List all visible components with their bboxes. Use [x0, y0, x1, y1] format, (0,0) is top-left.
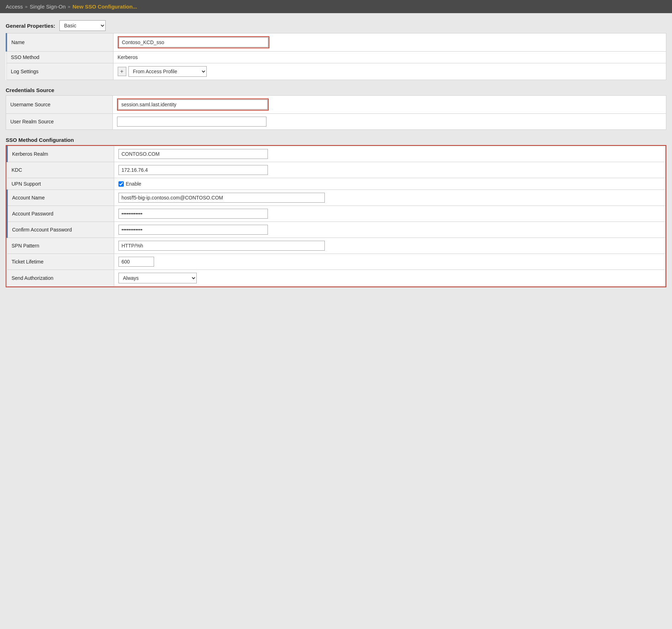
sso-method-config-table: Kerberos Realm KDC UPN Support Enable — [6, 146, 666, 287]
view-select[interactable]: Basic — [59, 20, 106, 31]
table-row: Send Authorization Always On Demand Neve… — [7, 270, 666, 287]
table-row: Log Settings + From Access Profile None — [6, 63, 666, 80]
sso-method-config-heading: SSO Method Configuration — [6, 137, 666, 143]
spn-pattern-label: SPN Pattern — [7, 238, 114, 254]
sso-method-value: Kerberos — [113, 52, 666, 63]
table-row: User Realm Source — [6, 114, 666, 130]
table-row: UPN Support Enable — [7, 178, 666, 190]
nav-sep-2: » — [68, 4, 70, 9]
ticket-lifetime-label: Ticket Lifetime — [7, 254, 114, 270]
spn-pattern-input[interactable] — [118, 241, 325, 251]
name-value-cell — [113, 33, 666, 52]
general-properties-heading: General Properties: Basic — [6, 20, 666, 31]
account-name-label: Account Name — [7, 190, 114, 206]
upn-support-checkbox[interactable] — [118, 181, 124, 187]
name-input[interactable] — [119, 37, 268, 47]
confirm-account-password-label: Confirm Account Password — [7, 222, 114, 238]
send-authorization-select[interactable]: Always On Demand Never — [118, 273, 197, 283]
kerberos-realm-cell — [114, 146, 666, 162]
kdc-label: KDC — [7, 162, 114, 178]
account-password-label: Account Password — [7, 206, 114, 222]
kerberos-realm-label: Kerberos Realm — [7, 146, 114, 162]
table-row: Kerberos Realm — [7, 146, 666, 162]
table-row: Name — [6, 33, 666, 52]
account-password-cell — [114, 206, 666, 222]
general-properties-table: Name SSO Method Kerberos Log Settings + … — [6, 33, 666, 80]
user-realm-input[interactable] — [117, 117, 266, 127]
send-authorization-cell: Always On Demand Never — [114, 270, 666, 287]
name-label: Name — [6, 33, 113, 52]
table-row: Confirm Account Password — [7, 222, 666, 238]
table-row: Ticket Lifetime — [7, 254, 666, 270]
credentials-source-table: Username Source User Realm Source — [6, 95, 666, 130]
sso-method-config-wrapper: Kerberos Realm KDC UPN Support Enable — [6, 145, 666, 287]
table-row: SPN Pattern — [7, 238, 666, 254]
nav-current: New SSO Configuration... — [73, 4, 137, 10]
nav-sso[interactable]: Single Sign-On — [30, 4, 66, 10]
name-input-wrapper — [118, 36, 269, 48]
kerberos-realm-input[interactable] — [118, 149, 268, 159]
table-row: KDC — [7, 162, 666, 178]
username-source-input[interactable] — [118, 100, 268, 110]
log-settings-select[interactable]: From Access Profile None — [128, 66, 207, 77]
breadcrumb: Access » Single Sign-On » New SSO Config… — [0, 0, 672, 13]
account-name-cell — [114, 190, 666, 206]
upn-support-cell: Enable — [114, 178, 666, 190]
table-row: SSO Method Kerberos — [6, 52, 666, 63]
confirm-account-password-cell — [114, 222, 666, 238]
ticket-lifetime-input[interactable] — [118, 257, 154, 267]
sso-method-label: SSO Method — [6, 52, 113, 63]
nav-sep-1: » — [25, 4, 27, 9]
user-realm-cell — [113, 114, 666, 130]
upn-support-label: UPN Support — [7, 178, 114, 190]
kdc-cell — [114, 162, 666, 178]
username-source-cell — [113, 96, 666, 114]
send-authorization-label: Send Authorization — [7, 270, 114, 287]
confirm-account-password-input[interactable] — [118, 225, 268, 235]
table-row: Account Password — [7, 206, 666, 222]
log-settings-cell: + From Access Profile None — [113, 63, 666, 80]
spn-pattern-cell — [114, 238, 666, 254]
username-source-label: Username Source — [6, 96, 113, 114]
account-name-input[interactable] — [118, 193, 325, 203]
upn-support-checkbox-label: Enable — [126, 181, 142, 187]
username-input-wrapper — [117, 98, 269, 111]
log-settings-label: Log Settings — [6, 63, 113, 80]
ticket-lifetime-cell — [114, 254, 666, 270]
log-settings-add-button[interactable]: + — [118, 67, 126, 76]
kdc-input[interactable] — [118, 165, 268, 175]
account-password-input[interactable] — [118, 209, 268, 219]
nav-access[interactable]: Access — [6, 4, 23, 10]
credentials-source-heading: Credentials Source — [6, 87, 666, 93]
table-row: Account Name — [7, 190, 666, 206]
table-row: Username Source — [6, 96, 666, 114]
user-realm-label: User Realm Source — [6, 114, 113, 130]
